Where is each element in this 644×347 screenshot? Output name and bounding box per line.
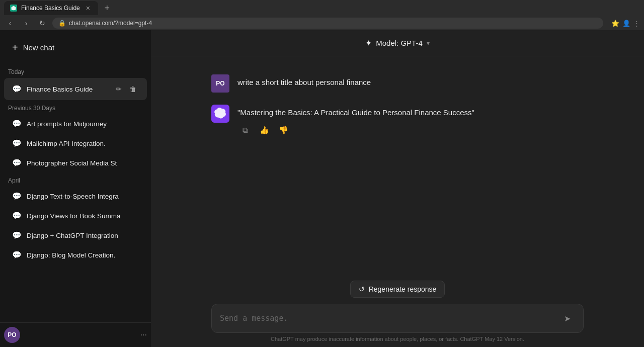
sidebar-item-mailchimp[interactable]: 💬 Mailchimp API Integration. <box>4 134 147 153</box>
sidebar-item-label-3: Mailchimp API Integration. <box>27 140 139 147</box>
chat-icon-6: 💬 <box>12 211 22 220</box>
chat-icon-4: 💬 <box>12 158 22 167</box>
sidebar-item-label-4: Photographer Social Media St <box>27 159 139 167</box>
app-container: + New chat Today 💬 Finance Basics Guide … <box>0 30 644 347</box>
april-section-label: April <box>0 173 151 186</box>
sidebar-item-django-chatgpt[interactable]: 💬 Django + ChatGPT Integration <box>4 226 147 245</box>
sidebar-item-label-2: Art prompts for Midjourney <box>27 120 139 128</box>
thumbs-up-icon: 👍 <box>260 124 269 136</box>
tab-favicon <box>10 5 17 12</box>
user-message-content: write a short title about personal finan… <box>237 74 584 93</box>
model-label: Model: GPT-4 <box>376 39 423 47</box>
user-avatar: PO <box>4 327 20 343</box>
disclaimer-text: ChatGPT may produce inaccurate informati… <box>211 333 584 343</box>
sidebar-item-django-tts[interactable]: 💬 Django Text-to-Speech Integra <box>4 187 147 206</box>
menu-icon[interactable]: ⋮ <box>633 20 640 27</box>
assistant-message-content: "Mastering the Basics: A Practical Guide… <box>237 105 584 138</box>
sidebar-item-label-8: Django: Blog Model Creation. <box>27 251 139 259</box>
regenerate-icon: ↺ <box>359 285 365 293</box>
chat-header: ✦ Model: GPT-4 ▾ <box>151 30 644 56</box>
message-input[interactable] <box>220 314 554 323</box>
user-message-text: write a short title about personal finan… <box>237 78 371 86</box>
delete-icon: 🗑 <box>129 85 136 93</box>
input-box: ➤ <box>211 304 584 333</box>
today-section-label: Today <box>0 64 151 77</box>
sidebar-item-photographer[interactable]: 💬 Photographer Social Media St <box>4 153 147 172</box>
browser-action-icons: ⭐ 👤 ⋮ <box>611 20 640 27</box>
assistant-message-text: "Mastering the Basics: A Practical Guide… <box>237 108 474 117</box>
sidebar: + New chat Today 💬 Finance Basics Guide … <box>0 30 151 347</box>
delete-chat-btn[interactable]: 🗑 <box>127 83 139 95</box>
regenerate-btn[interactable]: ↺ Regenerate response <box>350 281 445 298</box>
sidebar-more-btn[interactable]: ··· <box>140 330 147 339</box>
chat-icon-5: 💬 <box>12 192 22 201</box>
assistant-avatar <box>211 105 229 123</box>
edit-chat-btn[interactable]: ✏ <box>113 83 125 95</box>
tab-bar: Finance Basics Guide × + <box>0 0 644 16</box>
nav-forward-btn[interactable]: › <box>20 17 32 29</box>
model-selector[interactable]: ✦ Model: GPT-4 ▾ <box>365 38 430 48</box>
sidebar-item-actions: ✏ 🗑 <box>113 83 139 95</box>
nav-back-btn[interactable]: ‹ <box>4 17 16 29</box>
messages-area: PO write a short title about personal fi… <box>151 56 644 281</box>
new-chat-label: New chat <box>23 43 55 52</box>
chat-icon-2: 💬 <box>12 119 22 128</box>
address-bar[interactable]: 🔒 chat.openai.com/?model=gpt-4 <box>52 18 603 29</box>
send-button[interactable]: ➤ <box>559 310 575 326</box>
browser-chrome: Finance Basics Guide × + ‹ › ↻ 🔒 chat.op… <box>0 0 644 30</box>
assistant-message-row: "Mastering the Basics: A Practical Guide… <box>171 99 624 144</box>
sidebar-item-django-blog[interactable]: 💬 Django: Blog Model Creation. <box>4 245 147 265</box>
edit-icon: ✏ <box>116 85 122 93</box>
thumbs-down-icon: 👎 <box>279 124 288 136</box>
bottom-area: ↺ Regenerate response ➤ ChatGPT may prod… <box>171 281 624 347</box>
tab-close-btn[interactable]: × <box>84 4 92 12</box>
message-actions: ⧉ 👍 👎 <box>237 123 584 138</box>
copy-icon: ⧉ <box>243 124 248 136</box>
active-tab[interactable]: Finance Basics Guide × <box>4 1 98 15</box>
sidebar-item-label: Finance Basics Guide <box>27 85 108 93</box>
chat-icon: 💬 <box>12 84 22 94</box>
tab-title: Finance Basics Guide <box>21 5 80 12</box>
copy-message-btn[interactable]: ⧉ <box>237 123 253 138</box>
sidebar-item-label-7: Django + ChatGPT Integration <box>27 232 139 239</box>
send-icon: ➤ <box>564 314 571 323</box>
regenerate-label: Regenerate response <box>369 285 437 293</box>
thumbs-down-btn[interactable]: 👎 <box>276 123 291 138</box>
chat-area: ✦ Model: GPT-4 ▾ PO write a short title … <box>151 30 644 347</box>
previous-section-label: Previous 30 Days <box>0 101 151 114</box>
sidebar-item-label-5: Django Text-to-Speech Integra <box>27 193 139 200</box>
chat-icon-7: 💬 <box>12 231 22 240</box>
nav-refresh-btn[interactable]: ↻ <box>36 17 48 29</box>
extensions-icon[interactable]: ⭐ <box>611 20 619 27</box>
sidebar-bottom: PO ··· <box>0 322 151 347</box>
sidebar-item-finance-basics[interactable]: 💬 Finance Basics Guide ✏ 🗑 <box>4 78 147 100</box>
sidebar-scroll: Today 💬 Finance Basics Guide ✏ 🗑 Previou… <box>0 64 151 322</box>
chat-icon-8: 💬 <box>12 250 22 259</box>
new-chat-plus-icon: + <box>12 42 18 52</box>
sparkle-icon: ✦ <box>365 38 372 48</box>
url-text: chat.openai.com/?model=gpt-4 <box>69 20 152 27</box>
address-bar-row: ‹ › ↻ 🔒 chat.openai.com/?model=gpt-4 ⭐ 👤… <box>0 16 644 30</box>
sidebar-item-art-prompts[interactable]: 💬 Art prompts for Midjourney <box>4 114 147 133</box>
chat-icon-3: 💬 <box>12 139 22 148</box>
user-message-row: PO write a short title about personal fi… <box>171 68 624 99</box>
regenerate-row: ↺ Regenerate response <box>211 281 584 298</box>
new-chat-button[interactable]: + New chat <box>4 34 147 60</box>
thumbs-up-btn[interactable]: 👍 <box>257 123 272 138</box>
gpt-logo-icon <box>211 105 229 123</box>
sidebar-item-django-views[interactable]: 💬 Django Views for Book Summa <box>4 206 147 225</box>
profile-icon[interactable]: 👤 <box>622 20 630 27</box>
sidebar-item-label-6: Django Views for Book Summa <box>27 212 139 220</box>
new-tab-btn[interactable]: + <box>100 1 114 15</box>
user-avatar-msg: PO <box>211 74 229 93</box>
chevron-down-icon: ▾ <box>427 40 430 47</box>
